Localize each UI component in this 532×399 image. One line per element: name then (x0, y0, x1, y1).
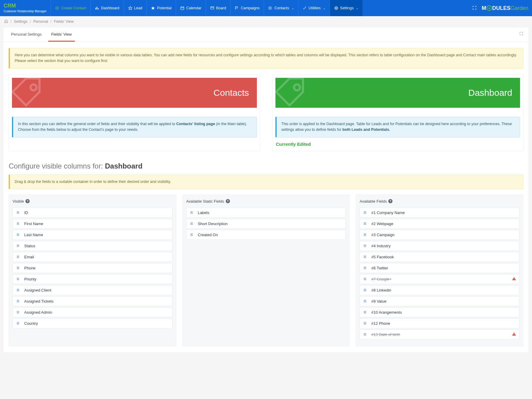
field-label: #9 Value (371, 299, 386, 304)
wand-icon (303, 6, 307, 10)
help-icon[interactable]: ? (388, 199, 392, 203)
field-row[interactable]: Country (13, 318, 172, 328)
field-row[interactable]: Assigned Admin (13, 307, 172, 317)
drag-handle-icon (16, 299, 20, 303)
field-label: Country (24, 321, 38, 326)
nav-settings[interactable]: Settings ⌄ (330, 0, 363, 16)
field-row[interactable]: #12 Phone (360, 318, 519, 328)
configure-hint: Drag & drop the fields to a suitable con… (9, 175, 523, 189)
nav-items: Create Contact Dashboard Lead Potential … (51, 0, 469, 16)
field-row[interactable]: Created On (186, 230, 346, 240)
field-row[interactable]: #2 Webpage (360, 219, 519, 229)
field-row[interactable]: Priority (13, 274, 172, 284)
drag-handle-icon (16, 321, 20, 325)
nav-campaigns[interactable]: Campaigns (231, 0, 264, 16)
nav-create-contact[interactable]: Create Contact (51, 0, 91, 16)
field-row[interactable]: #5 Facebook (360, 252, 519, 262)
expand-icon[interactable] (519, 31, 523, 37)
drag-handle-icon (363, 310, 367, 314)
field-row[interactable]: Labels (186, 208, 346, 218)
top-nav: CRM Customer Relationship Manager Create… (0, 0, 532, 16)
drag-handle-icon (363, 233, 367, 236)
drag-handle-icon (363, 277, 367, 281)
logo-o-icon: ✦ (486, 5, 492, 11)
field-row[interactable]: Phone (13, 263, 172, 273)
svg-point-18 (336, 7, 337, 9)
card-dashboard[interactable]: Dashboard This order is applied to the D… (272, 75, 524, 151)
field-label: #12 Phone (371, 321, 390, 326)
calendar-icon (180, 6, 184, 10)
nav-utilities[interactable]: Utilities ⌄ (298, 0, 330, 16)
field-row[interactable]: #7 Google+ (360, 274, 519, 284)
intro-line2: Please select the section that you want … (15, 58, 518, 64)
breadcrumb-personal[interactable]: Personal (33, 19, 48, 24)
field-row[interactable]: #8 Linkedin (360, 285, 519, 295)
drag-handle-icon (363, 222, 367, 225)
tab-fields-view[interactable]: Fields' View (48, 27, 75, 42)
fullscreen-icon[interactable] (472, 5, 477, 11)
svg-point-16 (269, 8, 269, 8)
field-row[interactable]: First Name (13, 219, 172, 229)
home-icon[interactable] (4, 19, 8, 24)
breadcrumb-fields-view[interactable]: Fields' View (54, 19, 74, 24)
nav-dashboard[interactable]: Dashboard (91, 0, 124, 16)
field-row[interactable]: Email (13, 252, 172, 262)
brand-subtitle: Customer Relationship Manager (4, 9, 46, 13)
field-row[interactable]: ID (13, 208, 172, 218)
field-row[interactable]: Status (13, 241, 172, 251)
drag-handle-icon (16, 255, 20, 259)
drag-handle-icon (363, 333, 367, 336)
svg-rect-8 (181, 7, 184, 10)
nav-right: M✦DULESGarden (469, 5, 528, 11)
tab-personal-settings[interactable]: Personal Settings (8, 27, 45, 42)
chevron-down-icon: ⌄ (356, 7, 358, 10)
nav-lead[interactable]: Lead (124, 0, 147, 16)
field-label: Assigned Tickets (24, 299, 54, 304)
field-row[interactable]: Short Description (186, 219, 346, 229)
field-label: Last Name (24, 233, 43, 237)
field-label: #4 Industry (371, 244, 390, 248)
nav-calendar[interactable]: Calendar (176, 0, 206, 16)
field-row[interactable]: #1 Company Name (360, 208, 519, 218)
help-icon[interactable]: ? (25, 199, 30, 203)
field-row[interactable]: #6 Twitter (360, 263, 519, 273)
field-row[interactable]: #9 Value (360, 296, 519, 306)
drag-handle-icon (363, 244, 367, 248)
field-row[interactable]: Assigned Tickets (13, 296, 172, 306)
nav-label: Potential (157, 6, 172, 10)
available-list: #1 Company Name#2 Webpage#3 Campaign#4 I… (360, 208, 519, 339)
nav-label: Lead (134, 6, 143, 10)
field-label: #3 Campaign (371, 233, 394, 237)
field-row[interactable]: #13 Date of birth (360, 330, 519, 339)
nav-label: Board (216, 6, 226, 10)
nav-label: Calendar (186, 6, 201, 10)
field-row[interactable]: Last Name (13, 230, 172, 240)
drag-handle-icon (363, 299, 367, 303)
field-label: Email (24, 255, 34, 259)
warning-icon (512, 277, 516, 282)
svg-point-15 (269, 7, 269, 7)
board-icon (210, 6, 214, 10)
field-row[interactable]: #3 Campaign (360, 230, 519, 240)
nav-label: Dashboard (101, 6, 119, 10)
nav-contacts[interactable]: Contacts ⌄ (264, 0, 298, 16)
field-label: #1 Company Name (371, 210, 405, 215)
breadcrumb-settings[interactable]: Settings (14, 19, 27, 24)
card-contacts-header: Contacts (12, 78, 257, 108)
field-label: #6 Twitter (371, 266, 388, 270)
help-icon[interactable]: ? (226, 199, 230, 203)
chevron-down-icon: ⌄ (292, 7, 294, 10)
field-row[interactable]: #10 Arangements (360, 307, 519, 317)
drag-handle-icon (190, 222, 194, 225)
nav-board[interactable]: Board (206, 0, 231, 16)
svg-marker-6 (128, 6, 132, 10)
nav-label: Contacts (274, 6, 289, 10)
field-row[interactable]: #4 Industry (360, 241, 519, 251)
nav-potential[interactable]: Potential (147, 0, 176, 16)
gear-icon (334, 6, 338, 10)
card-contacts[interactable]: Contacts In this section you can define … (9, 75, 260, 151)
field-label: ID (24, 210, 28, 215)
star-icon (151, 6, 155, 10)
field-row[interactable]: Assigned Client (13, 285, 172, 295)
field-label: #5 Facebook (371, 255, 394, 259)
